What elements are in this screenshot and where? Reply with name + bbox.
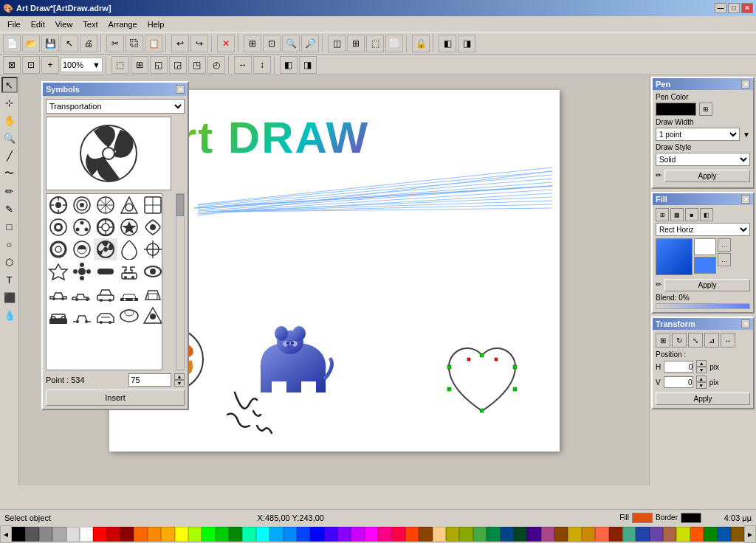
palette-color[interactable] <box>284 527 297 542</box>
sym-item[interactable] <box>117 216 141 238</box>
palette-color[interactable] <box>25 527 38 542</box>
zoom-tool[interactable]: 🔍 <box>1 130 18 146</box>
polygon-tool[interactable]: ⬡ <box>1 254 18 270</box>
transform-rotate-btn[interactable]: ↻ <box>672 333 687 347</box>
palette-color[interactable] <box>12 527 25 542</box>
flip-v-button[interactable]: ↕ <box>253 56 271 74</box>
sym-item[interactable] <box>47 305 70 327</box>
fill-apply-button[interactable]: Apply <box>664 279 750 291</box>
eyedrop-tool[interactable]: 💧 <box>1 307 18 323</box>
sym-item[interactable] <box>70 238 94 260</box>
new-button[interactable]: 📄 <box>3 35 21 52</box>
menu-file[interactable]: File <box>3 18 25 30</box>
palette-color[interactable] <box>459 527 472 542</box>
draw-width-select[interactable]: 1 point 2 point 3 point <box>656 128 740 141</box>
insert-button[interactable]: Insert <box>46 390 185 406</box>
palette-color[interactable] <box>66 527 80 542</box>
v-down-btn[interactable]: ▼ <box>696 382 707 389</box>
sym-item[interactable] <box>70 260 94 283</box>
undo-button[interactable]: ↩ <box>171 35 189 52</box>
palette-color[interactable] <box>501 527 514 542</box>
pen-panel-close[interactable]: ✕ <box>741 80 750 89</box>
zoom-100-button[interactable]: ⊡ <box>22 56 40 74</box>
delete-button[interactable]: ✕ <box>217 35 235 52</box>
sym-item[interactable] <box>141 305 162 327</box>
size-up-button[interactable]: ▲ <box>174 373 185 380</box>
sym-item[interactable] <box>141 238 162 260</box>
menu-help[interactable]: Help <box>143 18 169 30</box>
palette-color[interactable] <box>622 527 636 542</box>
sym-item[interactable] <box>70 305 94 327</box>
palette-right-btn[interactable]: ► <box>744 525 756 543</box>
palette-color[interactable] <box>107 527 120 542</box>
zoom-box[interactable]: 100% ▼ <box>61 58 103 72</box>
pen-color-swatch[interactable] <box>656 103 696 116</box>
print-button[interactable]: 🖨 <box>80 35 97 52</box>
menu-text[interactable]: Text <box>78 18 102 30</box>
fill-main-color[interactable] <box>656 238 693 275</box>
palette-color[interactable] <box>93 527 106 542</box>
sym-item[interactable] <box>141 260 162 283</box>
text-tool[interactable]: T <box>1 272 18 288</box>
palette-color[interactable] <box>161 527 174 542</box>
palette-color[interactable] <box>636 527 649 542</box>
menu-edit[interactable]: Edit <box>27 18 49 30</box>
transform-skew-btn[interactable]: ⊿ <box>704 333 719 347</box>
fill-color-1[interactable] <box>694 238 716 255</box>
transform-scale-btn[interactable]: ⤡ <box>688 333 703 347</box>
size-down-button[interactable]: ▼ <box>174 380 185 387</box>
palette-color[interactable] <box>676 527 690 542</box>
palette-color[interactable] <box>297 527 310 542</box>
sym-item[interactable] <box>70 283 94 305</box>
sym-item[interactable] <box>94 216 117 238</box>
select-tool[interactable]: ↖ <box>1 77 18 93</box>
palette-color[interactable] <box>690 527 704 542</box>
sym-item[interactable] <box>94 194 117 216</box>
pen-apply-button[interactable]: Apply <box>664 170 750 182</box>
pointer-button[interactable]: ↖ <box>61 35 78 52</box>
palette-color[interactable] <box>541 527 554 542</box>
transform-apply-button[interactable]: Apply <box>656 392 750 405</box>
symbols-scrollbar[interactable] <box>176 193 185 370</box>
palette-color[interactable] <box>473 527 487 542</box>
transform-move-btn[interactable]: ⊞ <box>656 333 670 347</box>
palette-color[interactable] <box>731 527 744 542</box>
draw-style-select[interactable]: Solid Dashed Dotted <box>656 153 750 166</box>
palette-color[interactable] <box>202 527 215 542</box>
palette-color[interactable] <box>650 527 663 542</box>
extra2-button[interactable]: ◨ <box>458 35 475 52</box>
palette-color[interactable] <box>134 527 147 542</box>
symbols-scrollthumb[interactable] <box>176 194 184 216</box>
copy-button[interactable]: ⿻ <box>126 35 143 52</box>
select-all-button[interactable]: ⬚ <box>111 56 129 74</box>
distribute-button[interactable]: ⊞ <box>347 35 365 52</box>
fill-grid-btn[interactable]: ⊞ <box>656 208 669 221</box>
deselect-button[interactable]: ⊞ <box>131 56 148 74</box>
palette-color[interactable] <box>392 527 405 542</box>
save-button[interactable]: 💾 <box>41 35 59 52</box>
fill-solid-btn[interactable]: ■ <box>685 208 698 221</box>
blend-slider[interactable] <box>656 303 750 309</box>
sym-item[interactable] <box>117 260 141 283</box>
status-fill-swatch[interactable] <box>632 513 653 523</box>
palette-color[interactable] <box>52 527 66 542</box>
palette-color[interactable] <box>188 527 202 542</box>
zoom-fit-button[interactable]: ⊠ <box>3 56 21 74</box>
symbols-panel-close[interactable]: ✕ <box>176 85 185 94</box>
v-input[interactable]: 0 <box>664 376 693 388</box>
symbol-size-input[interactable]: 75 <box>128 373 171 387</box>
flip-h-button[interactable]: ↔ <box>234 56 252 74</box>
palette-color[interactable] <box>351 527 364 542</box>
palette-color[interactable] <box>148 527 161 542</box>
palette-color[interactable] <box>80 527 93 542</box>
sym-item[interactable] <box>47 216 70 238</box>
sym-item[interactable] <box>94 283 117 305</box>
zoom-input[interactable]: 100% <box>63 60 92 69</box>
ellipse-tool[interactable]: ○ <box>1 236 18 252</box>
menu-view[interactable]: View <box>51 18 78 30</box>
open-button[interactable]: 📂 <box>22 35 40 52</box>
palette-color[interactable] <box>718 527 731 542</box>
align-button[interactable]: ◫ <box>328 35 346 52</box>
palette-color[interactable] <box>487 527 500 542</box>
pen-tool[interactable]: ✏ <box>1 183 18 199</box>
